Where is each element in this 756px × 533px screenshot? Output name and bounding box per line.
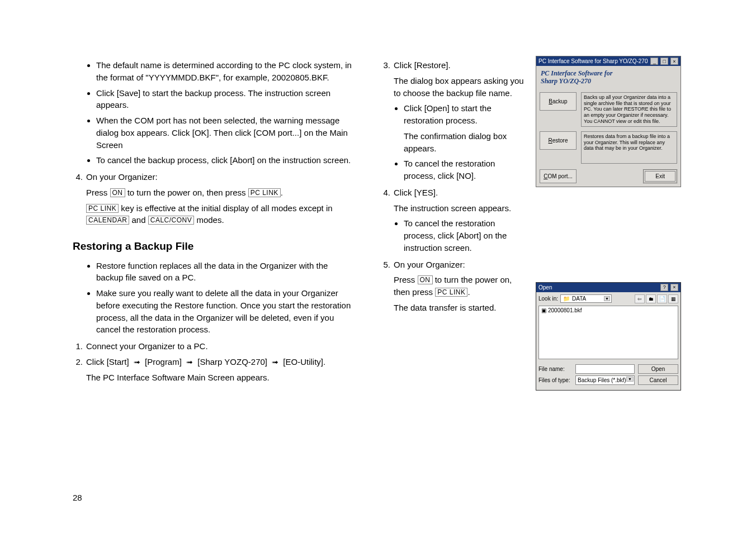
- window-controls: _ □ ×: [650, 58, 678, 65]
- text: .: [467, 287, 470, 297]
- step-5-detail: Press ON to turn the power on, then pres…: [380, 274, 526, 298]
- folder-icon: 📁: [563, 296, 570, 302]
- step-text: On your Organizer:: [86, 171, 158, 183]
- key-calendar: CALENDAR: [86, 216, 129, 225]
- file-list-area[interactable]: ▣ 20000801.bkf: [538, 306, 678, 359]
- bullet-item: The default name is determined according…: [96, 59, 352, 84]
- text: [EO-Utility].: [281, 357, 325, 367]
- page-number: 28: [73, 493, 82, 502]
- viewmode-icon[interactable]: ▦: [668, 294, 678, 303]
- bullet-item: To cancel the restoration process, click…: [404, 158, 526, 182]
- filename-row: File name: Open: [538, 364, 678, 374]
- file-entry[interactable]: ▣ 20000801.bkf: [541, 307, 582, 313]
- step-text: Click [Start] [Program] [Sharp YOZQ-270]…: [86, 356, 325, 368]
- form-area: File name: Open Files of type: Backup Fi…: [536, 359, 681, 390]
- step-text: Click [Restore].: [394, 59, 451, 72]
- step-1: 1. Connect your Organizer to a PC.: [73, 340, 352, 353]
- right-text-column: 3. Click [Restore]. The dialog box appea…: [380, 56, 526, 391]
- key-pclink: PC LINK: [86, 204, 119, 213]
- step-text: Connect your Organizer to a PC.: [86, 340, 208, 353]
- step-4-sub: The instruction screen appears.: [380, 202, 526, 215]
- exit-button[interactable]: Exit: [645, 171, 675, 182]
- step-2: 2. Click [Start] [Program] [Sharp YOZQ-2…: [73, 356, 352, 368]
- step-text: On your Organizer:: [394, 259, 465, 271]
- arrow-icon: [131, 357, 143, 367]
- bullet-item: To cancel the backup process, click [Abo…: [96, 154, 352, 166]
- step-3-sub: The dialog box appears asking you to cho…: [380, 75, 526, 99]
- file-icon: ▣: [541, 307, 546, 313]
- heading-restoring: Restoring a Backup File: [73, 239, 352, 254]
- bullet-item: Restore function replaces all the data i…: [96, 260, 352, 284]
- dialog-title: Open: [538, 284, 552, 291]
- filetype-row: Files of type: Backup Files (*.bkf) Canc…: [538, 375, 678, 385]
- toolbar-icons: ⇦ 🖿 📄 ▦: [635, 294, 678, 303]
- close-button[interactable]: ×: [670, 284, 678, 291]
- bullet-item: Click [Open] to start the restoration pr…: [404, 102, 526, 154]
- step-5-sub2: The data transfer is started.: [380, 302, 526, 314]
- step-4: 4. On your Organizer:: [73, 171, 352, 183]
- sub-text: The confirmation dialog box appears.: [404, 130, 526, 155]
- backup-description: Backs up all your Organizer data into a …: [581, 92, 677, 127]
- help-button[interactable]: ?: [660, 284, 668, 291]
- step-number: 5.: [380, 259, 390, 271]
- step-4: 4. Click [YES].: [380, 187, 526, 199]
- step-5: 5. On your Organizer:: [380, 259, 526, 271]
- bullet-item: When the COM port has not been selected,…: [96, 115, 352, 151]
- file-name: 20000801.bkf: [548, 307, 582, 313]
- value: Backup Files (*.bkf): [578, 377, 626, 383]
- step-number: 4.: [380, 187, 390, 199]
- open-dialog: Open ? × Look in: 📁 DATA ⇦ 🖿 📄: [536, 282, 681, 391]
- screenshot-column: PC Interface Software for Sharp YO/ZQ-27…: [536, 56, 692, 391]
- filename-label: File name:: [538, 366, 572, 372]
- back-icon[interactable]: ⇦: [635, 294, 645, 303]
- underline: R: [548, 137, 552, 144]
- key-on: ON: [110, 188, 125, 197]
- step-3: 3. Click [Restore].: [380, 59, 526, 72]
- left-column: The default name is determined according…: [73, 56, 352, 391]
- lookin-select[interactable]: 📁 DATA: [560, 294, 612, 303]
- title-bar[interactable]: PC Interface Software for Sharp YO/ZQ-27…: [536, 56, 681, 66]
- text: Sharp YO/ZQ-270: [541, 77, 591, 85]
- lookin-value: DATA: [572, 296, 586, 302]
- open-button[interactable]: Open: [638, 364, 678, 374]
- backup-button[interactable]: Backup: [540, 92, 577, 111]
- key-calcconv: CALC/CONV: [148, 216, 195, 225]
- text: Click [Open] to start the restoration pr…: [404, 103, 492, 125]
- bullet-item: To cancel the restoration process, click…: [404, 217, 526, 254]
- up-icon[interactable]: 🖿: [646, 294, 656, 303]
- arrow-icon: [270, 357, 281, 367]
- filename-input[interactable]: [575, 364, 635, 374]
- text: OM port...: [547, 173, 572, 179]
- close-button[interactable]: ×: [670, 58, 678, 65]
- title-bar[interactable]: Open ? ×: [536, 283, 681, 292]
- maximize-button[interactable]: □: [660, 58, 668, 65]
- step-number: 4.: [73, 171, 83, 183]
- cancel-button[interactable]: Cancel: [638, 375, 678, 385]
- step-4-detail: Press ON to turn the power on, then pres…: [73, 187, 352, 199]
- right-column: 3. Click [Restore]. The dialog box appea…: [380, 56, 693, 391]
- document-page: The default name is determined according…: [0, 0, 756, 413]
- arrow-icon: [184, 357, 195, 367]
- text: Press: [394, 275, 418, 284]
- toolbar: Look in: 📁 DATA ⇦ 🖿 📄 ▦: [536, 292, 681, 306]
- window-title: PC Interface Software for Sharp YO/ZQ-27…: [538, 58, 648, 64]
- restore-button[interactable]: Restore: [540, 131, 577, 150]
- text: and: [129, 215, 148, 225]
- newfolder-icon[interactable]: 📄: [657, 294, 667, 303]
- pc-interface-window: PC Interface Software for Sharp YO/ZQ-27…: [536, 56, 681, 187]
- text: .: [281, 188, 283, 197]
- key-pclink: PC LINK: [248, 188, 281, 197]
- text: ackup: [552, 98, 568, 104]
- key-on: ON: [418, 275, 433, 284]
- text: modes.: [194, 215, 224, 225]
- minimize-button[interactable]: _: [650, 58, 658, 65]
- underline: B: [549, 98, 552, 104]
- comport-button[interactable]: COM port...: [540, 169, 577, 183]
- exit-focus-ring: Exit: [643, 169, 677, 183]
- key-pclink: PC LINK: [435, 288, 467, 297]
- filetype-select[interactable]: Backup Files (*.bkf): [575, 375, 635, 385]
- text: key is effective at the initial display …: [119, 203, 332, 213]
- text: [Sharp YOZQ-270]: [195, 357, 270, 367]
- text: estore: [552, 137, 568, 144]
- step-number: 3.: [380, 59, 390, 72]
